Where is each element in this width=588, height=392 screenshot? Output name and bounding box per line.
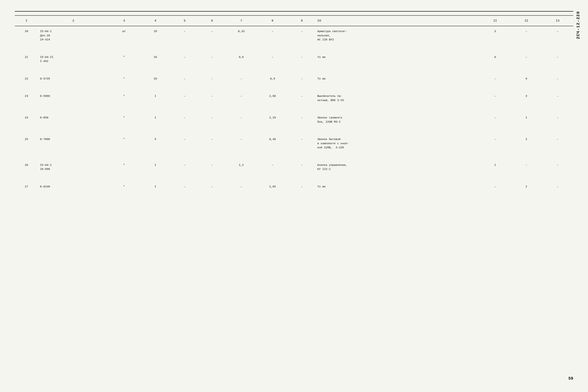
spacer-row bbox=[15, 128, 573, 134]
table-cell: 25 bbox=[15, 134, 38, 153]
table-cell: – bbox=[542, 26, 573, 46]
table-cell: шт bbox=[109, 26, 140, 46]
table-cell: – bbox=[511, 26, 542, 46]
table-cell: 2,68 bbox=[257, 91, 288, 106]
table-cell: – bbox=[542, 134, 573, 153]
table-cell: – bbox=[171, 26, 198, 46]
table-cell: То же bbox=[315, 74, 479, 84]
table-row: 228-5735"IO–––0,9–То же–9– bbox=[15, 74, 573, 84]
page-footer-number: 59 bbox=[569, 376, 573, 381]
table-cell: Звонок бытовой в комплекте с кноп- кой 2… bbox=[315, 134, 479, 153]
table-row: 278-6240"I–––I,85–То же–2– bbox=[15, 182, 573, 192]
table-cell: IO bbox=[140, 26, 171, 46]
table-cell: 22 bbox=[15, 74, 38, 84]
table-cell: – bbox=[257, 26, 288, 46]
table-cell: – bbox=[542, 160, 573, 175]
table-cell: – bbox=[171, 91, 198, 106]
col-header-10: IO bbox=[315, 16, 479, 26]
table-cell: " bbox=[109, 112, 140, 128]
table-cell: 8-5966 bbox=[38, 91, 108, 106]
table-cell: 8-5735 bbox=[38, 74, 108, 84]
table-cell: 9 bbox=[511, 74, 542, 84]
table-cell: I,2 bbox=[226, 160, 257, 175]
table-cell: – bbox=[226, 91, 257, 106]
spacer-row bbox=[15, 192, 573, 199]
col-header-12: I2 bbox=[511, 16, 542, 26]
table-cell: – bbox=[198, 74, 226, 84]
table-cell: – bbox=[171, 134, 198, 153]
header-row: I 2 3 4 5 6 7 8 9 IO II I2 I3 bbox=[15, 16, 573, 26]
col-header-6: 6 bbox=[198, 16, 226, 26]
table-cell: " bbox=[109, 182, 140, 192]
table-cell: – bbox=[288, 134, 315, 153]
table-cell: – bbox=[171, 182, 198, 192]
col-header-13: I3 bbox=[542, 16, 573, 26]
table-row: 248-850"I–––I,29–Звонок громкого боя, 22… bbox=[15, 112, 573, 128]
table-row: 26I5-04-I I8-098"I––I,2––Кнопка управлен… bbox=[15, 160, 573, 175]
spacer-row bbox=[15, 175, 573, 182]
col-header-4: 4 bbox=[140, 16, 171, 26]
table-cell: – bbox=[171, 74, 198, 84]
table-cell: 24 bbox=[15, 112, 38, 128]
table-cell: – bbox=[226, 182, 257, 192]
table-cell: – bbox=[257, 52, 288, 67]
table-cell: 2 bbox=[511, 134, 542, 153]
table-cell: 5 bbox=[140, 134, 171, 153]
table-cell: – bbox=[479, 134, 511, 153]
table-cell: I5-04-I Доп.28 I9-424 bbox=[38, 26, 108, 46]
col-header-5: 5 bbox=[171, 16, 198, 26]
table-row: 2II5-04-II I-452"IO––0,6––То же6–– bbox=[15, 52, 573, 67]
table-cell: 2I bbox=[15, 52, 38, 67]
table-cell: – bbox=[542, 52, 573, 67]
table-cell: Выключатель па- кетный, ВПК 3-25 bbox=[315, 91, 479, 106]
table-cell: 3 bbox=[479, 26, 511, 46]
table-cell: 8-850 bbox=[38, 112, 108, 128]
table-cell: – bbox=[198, 91, 226, 106]
col-header-1: I bbox=[15, 16, 38, 26]
table-cell: – bbox=[542, 182, 573, 192]
table-cell: I bbox=[511, 112, 542, 128]
table-cell: – bbox=[542, 91, 573, 106]
col-header-2: 2 bbox=[38, 16, 108, 26]
table-row: 258-7090"5–––0,46–Звонок бытовой в компл… bbox=[15, 134, 573, 153]
spacer-row bbox=[15, 153, 573, 160]
table-cell: I5-04-I I8-098 bbox=[38, 160, 108, 175]
table-cell: – bbox=[288, 91, 315, 106]
table-row: 238-5966"I–––2,68–Выключатель па- кетный… bbox=[15, 91, 573, 106]
table-cell: " bbox=[109, 160, 140, 175]
table-cell: – bbox=[542, 74, 573, 84]
table-cell: – bbox=[198, 26, 226, 46]
table-cell: " bbox=[109, 134, 140, 153]
table-cell: I,29 bbox=[257, 112, 288, 128]
spacer-row bbox=[15, 84, 573, 91]
table-cell: – bbox=[198, 52, 226, 67]
table-cell: – bbox=[479, 112, 511, 128]
table-cell: – bbox=[479, 91, 511, 106]
table-cell: IO bbox=[140, 74, 171, 84]
table-cell: – bbox=[226, 112, 257, 128]
col-header-7: 7 bbox=[226, 16, 257, 26]
table-cell: – bbox=[198, 182, 226, 192]
table-cell: – bbox=[226, 74, 257, 84]
table-cell: 23 bbox=[15, 91, 38, 106]
table-cell: – bbox=[288, 74, 315, 84]
table-cell: Кнопка управления, КУ I22-2 bbox=[315, 160, 479, 175]
table-cell: Звонок громкого боя, 220В МЗ-I bbox=[315, 112, 479, 128]
table-cell: Арматура светосиг- нальная, АС I20 ВУ2 bbox=[315, 26, 479, 46]
table-cell: 2 bbox=[511, 182, 542, 192]
table-cell: 0,33 bbox=[226, 26, 257, 46]
table-cell: IO bbox=[140, 52, 171, 67]
table-cell: 20 bbox=[15, 26, 38, 46]
table-cell: – bbox=[171, 112, 198, 128]
main-table: I 2 3 4 5 6 7 8 9 IO II I2 I3 20I5-04-I … bbox=[15, 15, 573, 199]
table-cell: 6 bbox=[479, 52, 511, 67]
spacer-row bbox=[15, 67, 573, 74]
table-cell: " bbox=[109, 74, 140, 84]
table-cell: То же bbox=[315, 182, 479, 192]
table-cell: – bbox=[288, 52, 315, 67]
table-cell: I,85 bbox=[257, 182, 288, 192]
table-cell: – bbox=[479, 182, 511, 192]
table-cell: 0,46 bbox=[257, 134, 288, 153]
table-cell: 8-6240 bbox=[38, 182, 108, 192]
table-cell: – bbox=[511, 52, 542, 67]
